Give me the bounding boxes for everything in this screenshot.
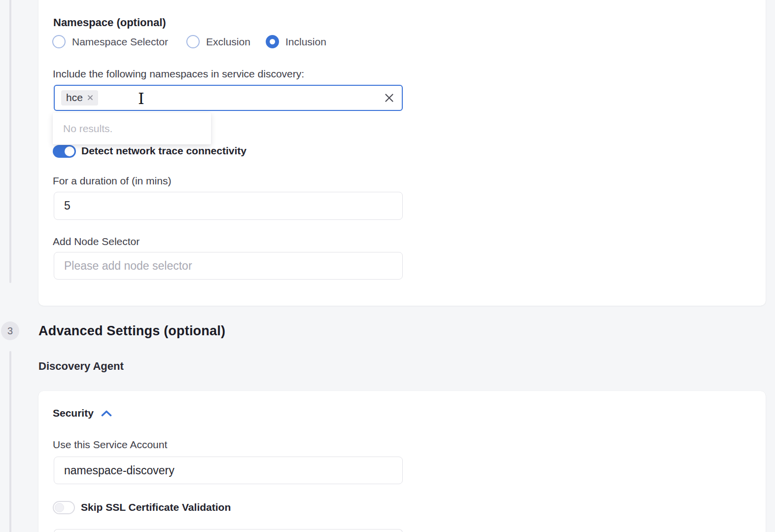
- service-account-label: Use this Service Account: [53, 439, 167, 451]
- clear-icon: [385, 93, 394, 103]
- security-section-header[interactable]: Security: [53, 407, 112, 419]
- service-account-input[interactable]: [54, 457, 403, 484]
- text-cursor-pointer: I: [138, 90, 144, 107]
- radio-inclusion-label: Inclusion: [285, 36, 326, 48]
- include-namespaces-label: Include the following namespaces in serv…: [53, 68, 304, 80]
- toggle-knob: [55, 503, 64, 512]
- namespace-tag-label: hce: [66, 92, 83, 104]
- security-section-title: Security: [53, 407, 94, 419]
- radio-exclusion-control[interactable]: [186, 35, 200, 48]
- radio-inclusion[interactable]: Inclusion: [266, 35, 326, 48]
- radio-namespace-selector-control[interactable]: [52, 35, 66, 48]
- stepper-connector-line-bottom: [9, 351, 11, 532]
- namespace-tag-chip: hce: [61, 90, 98, 106]
- clear-all-tags-button[interactable]: [385, 93, 394, 103]
- chevron-up-icon: [101, 410, 112, 417]
- remove-tag-icon[interactable]: [87, 95, 93, 101]
- radio-namespace-selector[interactable]: Namespace Selector: [52, 35, 168, 48]
- detect-network-trace-toggle[interactable]: [53, 145, 76, 158]
- radio-exclusion[interactable]: Exclusion: [186, 35, 250, 48]
- no-results-message: No results.: [63, 123, 112, 135]
- step-3-badge: 3: [1, 321, 19, 340]
- node-selector-input[interactable]: [54, 252, 403, 280]
- next-field-input-cutoff[interactable]: [54, 529, 403, 532]
- namespace-multiselect-input[interactable]: hce: [54, 85, 403, 111]
- advanced-settings-title: Advanced Settings (optional): [38, 323, 225, 339]
- namespace-suggestions-dropdown: No results.: [53, 113, 211, 144]
- discovery-settings-page: 3 Namespace (optional) Namespace Selecto…: [0, 0, 775, 532]
- namespace-section-title: Namespace (optional): [53, 16, 166, 29]
- radio-namespace-selector-label: Namespace Selector: [72, 36, 168, 48]
- stepper-connector-line-top: [9, 0, 11, 283]
- radio-exclusion-label: Exclusion: [206, 36, 250, 48]
- detect-network-trace-label: Detect network trace connectivity: [81, 145, 247, 157]
- skip-ssl-toggle[interactable]: [53, 501, 75, 514]
- duration-input[interactable]: [54, 192, 403, 220]
- duration-label: For a duration of (in mins): [53, 175, 171, 187]
- node-selector-label: Add Node Selector: [53, 236, 140, 248]
- discovery-agent-label: Discovery Agent: [38, 360, 124, 373]
- skip-ssl-label: Skip SSL Certificate Validation: [81, 501, 231, 513]
- toggle-knob: [65, 146, 74, 156]
- radio-inclusion-control[interactable]: [266, 35, 279, 48]
